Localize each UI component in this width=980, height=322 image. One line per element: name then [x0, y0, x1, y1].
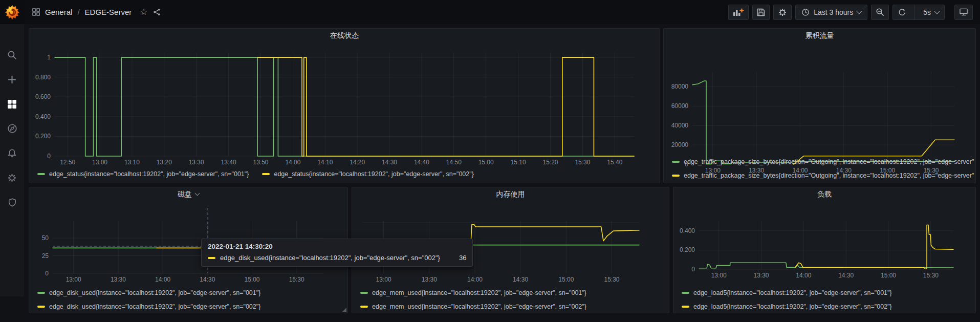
sidebar-item-configuration[interactable] — [0, 165, 24, 190]
chevron-down-icon — [934, 8, 940, 14]
panel-load: 负载 13:0013:3014:0014:3015:0015:300.4000.… — [673, 187, 976, 313]
timeseries-chart-load[interactable]: 13:0013:3014:0014:3015:0015:300.4000.200… — [673, 201, 975, 285]
zoom-out-icon — [876, 8, 884, 16]
legend-item[interactable]: edge_mem_used{instance="localhost:19202"… — [360, 286, 586, 299]
legend-item[interactable]: edge_status{instance="localhost:19202", … — [262, 167, 473, 181]
svg-text:60000: 60000 — [671, 102, 689, 110]
gear-icon — [778, 8, 787, 17]
legend-label: edge_disk_used{instance="localhost:19202… — [49, 303, 260, 310]
panel-legend: edge_traffic_package_size_bytes{directio… — [672, 155, 974, 182]
svg-text:15:00: 15:00 — [244, 276, 259, 283]
chart-tooltip: 2022-01-21 14:30:20 edge_disk_used{insta… — [201, 239, 473, 267]
svg-text:0: 0 — [691, 266, 695, 273]
clock-icon — [801, 8, 810, 16]
star-icon[interactable]: ☆ — [140, 7, 147, 17]
svg-text:0.400: 0.400 — [680, 227, 695, 234]
svg-text:1: 1 — [47, 54, 51, 61]
svg-text:14:30: 14:30 — [382, 159, 397, 165]
legend-label: edge_status{instance="localhost:19202", … — [274, 170, 473, 178]
panel-resize-handle[interactable] — [342, 308, 346, 312]
legend-item[interactable]: edge_load5{instance="localhost:19202", j… — [682, 286, 892, 299]
legend-item[interactable]: edge_disk_used{instance="localhost:19202… — [37, 286, 260, 299]
tooltip-value: 36 — [459, 254, 466, 262]
top-navbar: General / EDGE-Server ☆ — [0, 0, 980, 24]
legend-item[interactable]: edge_mem_used{instance="localhost:19202"… — [360, 299, 586, 313]
series-color-dash — [208, 257, 215, 259]
panel-title[interactable]: 磁盘 — [29, 187, 347, 201]
series-color-dash — [360, 306, 368, 308]
share-icon[interactable] — [153, 8, 161, 16]
svg-text:13:40: 13:40 — [221, 159, 236, 165]
svg-text:13:30: 13:30 — [111, 276, 126, 283]
series-color-dash — [37, 292, 45, 294]
sidebar-item-explore[interactable] — [0, 116, 24, 141]
legend-label: edge_mem_used{instance="localhost:19202"… — [372, 303, 586, 310]
legend-label: edge_traffic_package_size_bytes{directio… — [684, 172, 974, 179]
legend-item[interactable]: edge_traffic_package_size_bytes{directio… — [672, 168, 974, 182]
svg-text:40000: 40000 — [671, 122, 689, 129]
save-icon — [757, 8, 765, 16]
svg-text:15:30: 15:30 — [575, 159, 590, 165]
legend-label: edge_load5{instance="localhost:19202", j… — [693, 289, 892, 296]
series-color-dash — [37, 306, 45, 308]
svg-text:0.600: 0.600 — [35, 93, 51, 100]
svg-text:14:20: 14:20 — [350, 159, 365, 165]
refresh-icon — [898, 8, 906, 16]
svg-text:13:30: 13:30 — [422, 276, 437, 283]
panel-title[interactable]: 累积流量 — [664, 29, 975, 42]
tooltip-series-label: edge_disk_used{instance="localhost:19202… — [220, 254, 440, 262]
sidebar-item-dashboards[interactable] — [0, 92, 24, 116]
time-range-picker[interactable]: Last 3 hours — [795, 5, 867, 20]
add-panel-button[interactable] — [728, 5, 749, 20]
dashboard-settings-button[interactable] — [773, 5, 792, 20]
legend-item[interactable]: edge_load5{instance="localhost:19202", j… — [682, 299, 892, 313]
cycle-view-mode-button[interactable] — [954, 5, 973, 20]
legend-label: edge_disk_used{instance="localhost:19202… — [49, 289, 260, 296]
breadcrumb-folder[interactable]: General — [45, 8, 72, 16]
svg-text:14:30: 14:30 — [200, 276, 215, 283]
grafana-logo[interactable] — [0, 0, 24, 24]
zoom-out-button[interactable] — [871, 5, 889, 20]
legend-item[interactable]: edge_status{instance="localhost:19202", … — [37, 167, 249, 181]
sidebar-item-server-admin[interactable] — [0, 190, 24, 214]
svg-text:50: 50 — [42, 234, 49, 242]
sidebar-item-create[interactable] — [0, 67, 24, 92]
svg-text:14:50: 14:50 — [446, 159, 462, 165]
svg-text:15:40: 15:40 — [607, 159, 622, 165]
panel-legend: edge_mem_used{instance="localhost:19202"… — [360, 286, 586, 313]
legend-item[interactable]: edge_disk_used{instance="localhost:19202… — [37, 299, 260, 313]
sidebar-item-alerting[interactable] — [0, 141, 24, 165]
panel-online-status: 在线状态 12:5013:0013:1013:2013:3013:4013:50… — [29, 28, 660, 183]
svg-text:15:30: 15:30 — [604, 276, 619, 283]
panel-menu-chevron-icon[interactable] — [195, 191, 200, 196]
panel-legend: edge_status{instance="localhost:19202", … — [37, 167, 474, 181]
svg-text:13:00: 13:00 — [66, 276, 81, 283]
panel-title[interactable]: 内存使用 — [352, 187, 669, 201]
svg-text:0: 0 — [47, 153, 51, 160]
svg-text:14:00: 14:00 — [467, 276, 483, 283]
series-color-dash — [37, 173, 45, 175]
timeseries-chart-online-status[interactable]: 12:5013:0013:1013:2013:3013:4013:5014:00… — [29, 42, 660, 165]
sidebar-item-search[interactable] — [0, 42, 24, 67]
svg-text:14:30: 14:30 — [513, 276, 528, 283]
svg-text:14:40: 14:40 — [414, 159, 429, 165]
explore-compass-icon — [7, 123, 17, 134]
panel-title[interactable]: 在线状态 — [29, 29, 660, 42]
svg-text:13:00: 13:00 — [376, 276, 391, 283]
navbar-actions: Last 3 hours 5s — [728, 5, 973, 20]
save-dashboard-button[interactable] — [752, 5, 770, 20]
refresh-picker[interactable]: 5s — [892, 5, 945, 20]
svg-text:15:20: 15:20 — [542, 159, 558, 165]
panel-title[interactable]: 负载 — [673, 187, 975, 201]
svg-text:14:30: 14:30 — [838, 272, 854, 279]
alerting-bell-icon — [7, 148, 17, 158]
admin-shield-icon — [8, 198, 17, 207]
tooltip-timestamp: 2022-01-21 14:30:20 — [208, 243, 466, 250]
svg-text:15:00: 15:00 — [478, 159, 494, 165]
legend-label: edge_status{instance="localhost:19202", … — [49, 170, 249, 178]
legend-item[interactable]: edge_traffic_package_size_bytes{directio… — [672, 155, 974, 168]
breadcrumb-dashboard-title[interactable]: EDGE-Server — [85, 8, 132, 16]
svg-text:13:10: 13:10 — [124, 159, 140, 165]
series-color-dash — [682, 292, 689, 294]
legend-label: edge_load5{instance="localhost:19202", j… — [693, 303, 892, 310]
